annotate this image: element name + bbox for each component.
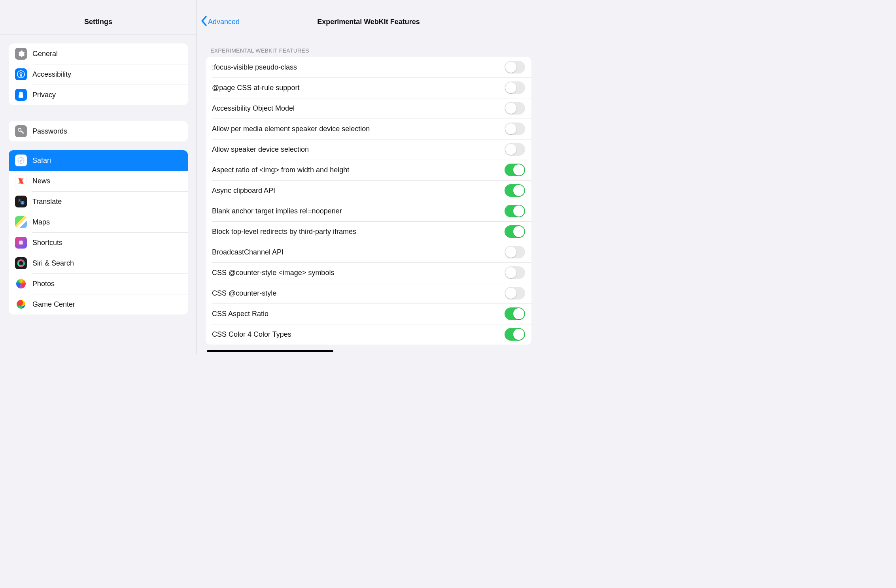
feature-row: @page CSS at-rule support — [206, 77, 531, 98]
feature-label: CSS @counter-style <image> symbols — [212, 269, 334, 277]
feature-toggle[interactable] — [505, 102, 525, 115]
svg-text:文: 文 — [21, 201, 24, 204]
sidebar-item-shortcuts[interactable]: Shortcuts — [9, 232, 188, 253]
sidebar-item-label: News — [32, 177, 181, 185]
feature-toggle[interactable] — [505, 266, 525, 279]
svg-point-1 — [21, 72, 22, 73]
safari-icon — [15, 155, 27, 166]
sidebar-item-label: Game Center — [32, 300, 181, 309]
sidebar-item-photos[interactable]: Photos — [9, 273, 188, 294]
feature-row: Allow speaker device selection — [206, 139, 531, 160]
sidebar-item-translate[interactable]: A文Translate — [9, 191, 188, 212]
feature-toggle[interactable] — [505, 328, 525, 341]
feature-toggle[interactable] — [505, 246, 525, 258]
sidebar-item-label: Maps — [32, 218, 181, 226]
back-label: Advanced — [208, 18, 240, 26]
sidebar-item-label: Accessibility — [32, 70, 181, 79]
chevron-left-icon — [201, 16, 207, 28]
feature-toggle[interactable] — [505, 205, 525, 217]
feature-row: BroadcastChannel API — [206, 242, 531, 262]
sidebar-item-maps[interactable]: Maps — [9, 212, 188, 232]
page-title: Experimental WebKit Features — [197, 18, 540, 26]
feature-label: Aspect ratio of <img> from width and hei… — [212, 166, 349, 174]
feature-label: Allow per media element speaker device s… — [212, 125, 370, 133]
maps-icon — [15, 216, 27, 228]
siri-icon — [15, 257, 27, 269]
feature-toggle[interactable] — [505, 122, 525, 135]
feature-label: Allow speaker device selection — [212, 145, 309, 154]
home-indicator — [207, 350, 333, 352]
feature-row: CSS @counter-style <image> symbols — [206, 262, 531, 283]
feature-row: Accessibility Object Model — [206, 98, 531, 119]
feature-label: Blank anchor target implies rel=noopener — [212, 207, 342, 215]
shortcuts-icon — [15, 237, 27, 249]
sidebar-item-label: Translate — [32, 198, 181, 206]
feature-row: CSS @counter-style — [206, 283, 531, 303]
settings-detail-pane: Advanced Experimental WebKit Features Ex… — [197, 0, 540, 354]
feature-row: :focus-visible pseudo-class — [206, 57, 531, 77]
feature-toggle[interactable] — [505, 61, 525, 74]
feature-list: :focus-visible pseudo-class@page CSS at-… — [206, 57, 531, 345]
feature-toggle[interactable] — [505, 225, 525, 238]
sidebar-item-siri[interactable]: Siri & Search — [9, 253, 188, 273]
feature-toggle[interactable] — [505, 184, 525, 197]
feature-row: Allow per media element speaker device s… — [206, 119, 531, 139]
feature-toggle[interactable] — [505, 81, 525, 94]
sidebar-item-safari[interactable]: Safari — [9, 150, 188, 171]
sidebar-title: Settings — [0, 9, 197, 35]
feature-label: Accessibility Object Model — [212, 104, 295, 113]
key-icon — [15, 125, 27, 137]
feature-toggle[interactable] — [505, 307, 525, 320]
sidebar-item-passwords[interactable]: Passwords — [9, 121, 188, 141]
feature-label: CSS @counter-style — [212, 289, 276, 298]
back-button[interactable]: Advanced — [197, 16, 240, 28]
svg-rect-14 — [19, 241, 23, 244]
gear-icon — [15, 48, 27, 60]
sidebar-item-label: Siri & Search — [32, 259, 181, 268]
sidebar-item-news[interactable]: News — [9, 171, 188, 191]
feature-row: Async clipboard API — [206, 180, 531, 201]
svg-text:A: A — [19, 199, 21, 202]
accessibility-icon — [15, 68, 27, 80]
news-icon — [15, 175, 27, 187]
photos-icon — [15, 278, 27, 290]
feature-toggle[interactable] — [505, 287, 525, 300]
sidebar-item-accessibility[interactable]: Accessibility — [9, 64, 188, 85]
feature-toggle[interactable] — [505, 164, 525, 176]
feature-label: CSS Aspect Ratio — [212, 310, 268, 318]
feature-row: CSS Color 4 Color Types — [206, 324, 531, 345]
translate-icon: A文 — [15, 196, 27, 207]
sidebar-item-general[interactable]: General — [9, 43, 188, 64]
feature-label: CSS Color 4 Color Types — [212, 330, 291, 339]
feature-label: :focus-visible pseudo-class — [212, 63, 297, 72]
feature-label: @page CSS at-rule support — [212, 84, 299, 92]
feature-label: Block top-level redirects by third-party… — [212, 228, 356, 236]
sidebar-item-label: Photos — [32, 280, 181, 288]
sidebar-item-label: Privacy — [32, 91, 181, 99]
feature-row: Aspect ratio of <img> from width and hei… — [206, 160, 531, 180]
sidebar-item-label: General — [32, 50, 181, 58]
feature-row: Blank anchor target implies rel=noopener — [206, 201, 531, 221]
sidebar-item-label: Safari — [32, 156, 181, 165]
settings-sidebar: Settings GeneralAccessibilityPrivacyPass… — [0, 0, 197, 354]
sidebar-item-label: Shortcuts — [32, 239, 181, 247]
feature-toggle[interactable] — [505, 143, 525, 156]
sidebar-item-gamecenter[interactable]: Game Center — [9, 294, 188, 315]
privacy-icon — [15, 89, 27, 101]
feature-row: Block top-level redirects by third-party… — [206, 221, 531, 242]
feature-row: CSS Aspect Ratio — [206, 303, 531, 324]
feature-label: BroadcastChannel API — [212, 248, 284, 256]
gamecenter-icon — [15, 298, 27, 310]
section-header: Experimental WebKit Features — [210, 47, 540, 54]
sidebar-item-label: Passwords — [32, 127, 181, 136]
sidebar-item-privacy[interactable]: Privacy — [9, 85, 188, 105]
feature-label: Async clipboard API — [212, 187, 275, 195]
